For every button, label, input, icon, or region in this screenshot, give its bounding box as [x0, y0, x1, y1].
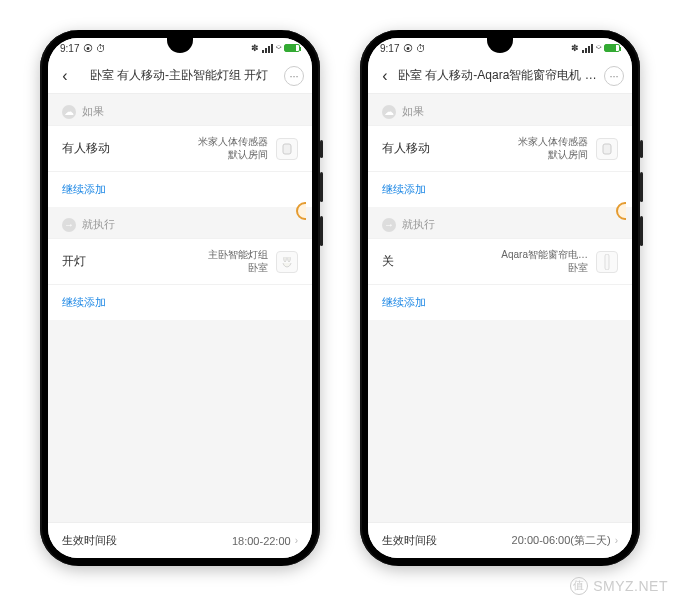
status-time: 9:17	[60, 43, 79, 54]
svg-rect-2	[605, 254, 609, 270]
bluetooth-icon: ✽	[571, 43, 579, 53]
condition-name: 有人移动	[62, 140, 110, 157]
condition-row[interactable]: 有人移动 米家人体传感器 默认房间	[368, 125, 632, 171]
condition-device: 米家人体传感器	[198, 136, 268, 149]
section-then: → 就执行	[48, 207, 312, 238]
battery-icon	[604, 44, 620, 52]
status-left-icons: ⦿ ⏱	[403, 43, 426, 54]
action-name: 开灯	[62, 253, 86, 270]
section-if: ☁ 如果	[48, 94, 312, 125]
more-icon[interactable]: ···	[284, 66, 304, 86]
action-device: 主卧智能灯组	[208, 249, 268, 262]
sensor-icon	[596, 138, 618, 160]
page-title: 卧室 有人移动-主卧智能灯组 开灯	[74, 67, 284, 84]
condition-room: 默认房间	[518, 149, 588, 162]
section-then: → 就执行	[368, 207, 632, 238]
watermark-text: SMYZ.NET	[593, 578, 668, 594]
phone-frame: 9:17 ⦿ ⏱ ✽ ⌔ ‹ 卧室 有人移动-主卧智能灯组 开灯 ··· ☁ 如…	[40, 30, 320, 566]
footer-label: 生效时间段	[382, 533, 437, 548]
add-condition-link[interactable]: 继续添加	[368, 171, 632, 207]
add-condition-link[interactable]: 继续添加	[48, 171, 312, 207]
add-action-link[interactable]: 继续添加	[368, 284, 632, 320]
condition-room: 默认房间	[198, 149, 268, 162]
phone-frame: 9:17 ⦿ ⏱ ✽ ⌔ ‹ 卧室 有人移动-Aqara智能窗帘电机 B1 关 …	[360, 30, 640, 566]
more-icon[interactable]: ···	[604, 66, 624, 86]
phone-screen: 9:17 ⦿ ⏱ ✽ ⌔ ‹ 卧室 有人移动-Aqara智能窗帘电机 B1 关 …	[368, 38, 632, 558]
watermark-badge-icon: 值	[570, 577, 588, 595]
page-wrap: 9:17 ⦿ ⏱ ✽ ⌔ ‹ 卧室 有人移动-主卧智能灯组 开灯 ··· ☁ 如…	[0, 0, 680, 603]
action-device-icon	[276, 251, 298, 273]
if-icon: ☁	[382, 105, 396, 119]
wifi-icon: ⌔	[596, 43, 601, 53]
action-row[interactable]: 关 Aqara智能窗帘电… 卧室	[368, 238, 632, 284]
then-label: 就执行	[82, 217, 115, 232]
bluetooth-icon: ✽	[251, 43, 259, 53]
footer-row[interactable]: 生效时间段 18:00-22:00 ›	[48, 522, 312, 558]
content-spacer	[368, 320, 632, 522]
status-time: 9:17	[380, 43, 399, 54]
condition-name: 有人移动	[382, 140, 430, 157]
page-header: ‹ 卧室 有人移动-主卧智能灯组 开灯 ···	[48, 58, 312, 94]
chevron-right-icon: ›	[295, 535, 298, 546]
section-if: ☁ 如果	[368, 94, 632, 125]
page-header: ‹ 卧室 有人移动-Aqara智能窗帘电机 B1 关 ···	[368, 58, 632, 94]
phone-screen: 9:17 ⦿ ⏱ ✽ ⌔ ‹ 卧室 有人移动-主卧智能灯组 开灯 ··· ☁ 如…	[48, 38, 312, 558]
footer-value: 18:00-22:00	[232, 535, 291, 547]
action-room: 卧室	[208, 262, 268, 275]
if-label: 如果	[402, 104, 424, 119]
content-spacer	[48, 320, 312, 522]
page-title: 卧室 有人移动-Aqara智能窗帘电机 B1 关	[394, 67, 604, 84]
then-icon: →	[382, 218, 396, 232]
sensor-icon	[276, 138, 298, 160]
condition-device: 米家人体传感器	[518, 136, 588, 149]
svg-rect-0	[283, 144, 291, 154]
action-name: 关	[382, 253, 394, 270]
action-room: 卧室	[501, 262, 588, 275]
action-device-icon	[596, 251, 618, 273]
if-label: 如果	[82, 104, 104, 119]
svg-rect-1	[603, 144, 611, 154]
chevron-right-icon: ›	[615, 535, 618, 546]
action-row[interactable]: 开灯 主卧智能灯组 卧室	[48, 238, 312, 284]
status-left-icons: ⦿ ⏱	[83, 43, 106, 54]
footer-value: 20:00-06:00(第二天)	[512, 533, 611, 548]
footer-label: 生效时间段	[62, 533, 117, 548]
condition-row[interactable]: 有人移动 米家人体传感器 默认房间	[48, 125, 312, 171]
watermark: 值 SMYZ.NET	[570, 577, 668, 595]
then-label: 就执行	[402, 217, 435, 232]
add-action-link[interactable]: 继续添加	[48, 284, 312, 320]
then-icon: →	[62, 218, 76, 232]
footer-row[interactable]: 生效时间段 20:00-06:00(第二天) ›	[368, 522, 632, 558]
if-icon: ☁	[62, 105, 76, 119]
signal-icon	[582, 44, 593, 53]
signal-icon	[262, 44, 273, 53]
action-device: Aqara智能窗帘电…	[501, 249, 588, 262]
back-icon[interactable]: ‹	[376, 67, 394, 85]
back-icon[interactable]: ‹	[56, 67, 74, 85]
wifi-icon: ⌔	[276, 43, 281, 53]
battery-icon	[284, 44, 300, 52]
